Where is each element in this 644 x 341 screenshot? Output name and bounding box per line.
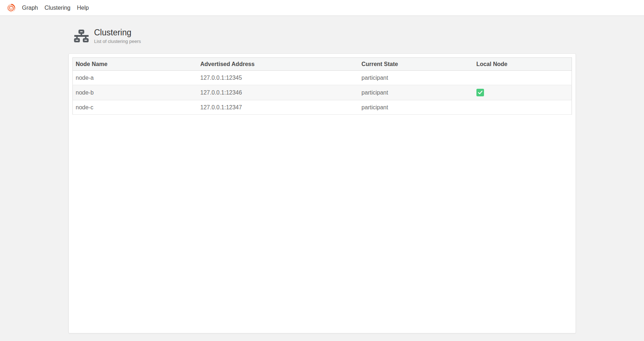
table-header-row: Node Name Advertised Address Current Sta… xyxy=(73,58,572,71)
col-header-current-state: Current State xyxy=(359,58,474,71)
table-row: node-c 127.0.0.1:12347 participant xyxy=(73,100,572,115)
local-node-checkbox[interactable] xyxy=(476,89,484,96)
nav-item-graph[interactable]: Graph xyxy=(19,0,41,16)
cell-local-node xyxy=(474,85,572,100)
cell-current-state: participant xyxy=(359,71,474,85)
cell-node-name: node-c xyxy=(73,100,197,115)
col-header-node-name: Node Name xyxy=(73,58,197,71)
cell-current-state: participant xyxy=(359,100,474,115)
cell-node-name: node-a xyxy=(73,71,197,85)
cell-advertised-address: 127.0.0.1:12345 xyxy=(197,71,359,85)
cell-current-state: participant xyxy=(359,85,474,100)
brand-logo[interactable] xyxy=(6,3,15,13)
main-menu: Graph Clustering Help xyxy=(19,0,92,16)
page-subtitle: List of clustering peers xyxy=(94,39,141,44)
page-header: Clustering List of clustering peers xyxy=(74,28,644,44)
nav-item-help[interactable]: Help xyxy=(74,0,92,16)
cell-local-node xyxy=(474,100,572,115)
page-title: Clustering xyxy=(94,28,141,38)
table-row: node-a 127.0.0.1:12345 participant xyxy=(73,71,572,85)
col-header-advertised-address: Advertised Address xyxy=(197,58,359,71)
spiral-logo-icon xyxy=(6,3,15,13)
table-row: node-b 127.0.0.1:12346 participant xyxy=(73,85,572,100)
cell-node-name: node-b xyxy=(73,85,197,100)
main-content: Clustering List of clustering peers Node… xyxy=(0,28,644,333)
cell-advertised-address: 127.0.0.1:12346 xyxy=(197,85,359,100)
page-titles: Clustering List of clustering peers xyxy=(94,28,141,44)
cluster-topology-icon xyxy=(74,30,89,43)
col-header-local-node: Local Node xyxy=(474,58,572,71)
top-navbar: Graph Clustering Help xyxy=(0,0,644,16)
peers-table: Node Name Advertised Address Current Sta… xyxy=(72,57,572,115)
cell-local-node xyxy=(474,71,572,85)
nav-item-clustering[interactable]: Clustering xyxy=(41,0,74,16)
cell-advertised-address: 127.0.0.1:12347 xyxy=(197,100,359,115)
peers-card: Node Name Advertised Address Current Sta… xyxy=(68,53,576,333)
